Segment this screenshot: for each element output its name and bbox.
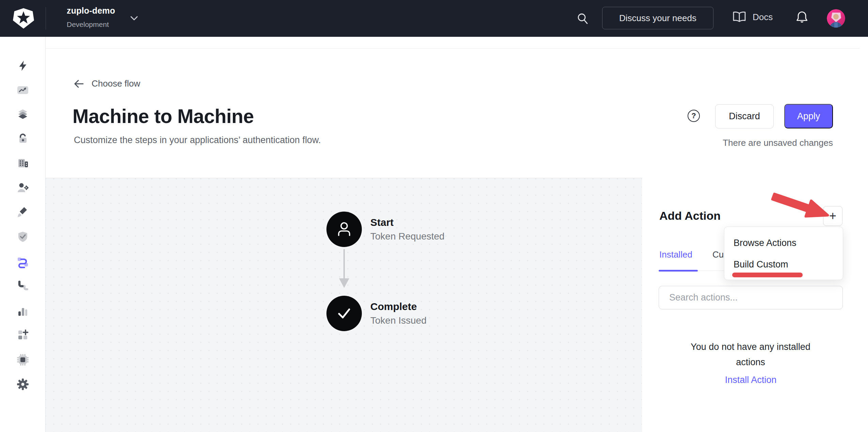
user-gear-icon xyxy=(17,182,29,194)
sidebar-item-actions[interactable] xyxy=(16,256,29,268)
chip-icon xyxy=(17,354,29,366)
discuss-your-needs-button[interactable]: Discuss your needs xyxy=(602,7,713,29)
build-custom-annotation-underline xyxy=(732,273,803,277)
sidebar-item-security[interactable] xyxy=(16,230,29,243)
annotation-arrow xyxy=(762,189,837,223)
building-icon xyxy=(17,157,29,169)
search-actions-input[interactable] xyxy=(659,286,843,309)
apply-button[interactable]: Apply xyxy=(784,104,833,128)
back-label: Choose flow xyxy=(92,78,140,89)
flow-connector-arrow xyxy=(335,248,353,291)
empty-state-message: You do not have any installed actions xyxy=(676,339,825,370)
sidebar-item-user-management[interactable] xyxy=(16,181,29,194)
install-action-link[interactable]: Install Action xyxy=(659,375,843,385)
sidebar-item-extensibility[interactable] xyxy=(16,353,29,366)
lock-open-icon xyxy=(17,133,29,145)
sidebar-item-hooks[interactable] xyxy=(16,280,29,293)
pipes-icon xyxy=(17,280,29,292)
layers-icon xyxy=(17,108,29,121)
flow-node-start[interactable] xyxy=(326,212,362,247)
active-tab-underline xyxy=(659,270,698,272)
discard-button[interactable]: Discard xyxy=(715,104,774,128)
subheader-divider xyxy=(46,48,860,49)
arrow-left-icon xyxy=(73,79,84,89)
tenant-switcher[interactable]: zuplo-demo Development xyxy=(54,0,150,37)
bar-chart-icon xyxy=(17,305,29,317)
search-icon[interactable] xyxy=(577,12,589,25)
tenant-name: zuplo-demo xyxy=(67,6,115,16)
menu-item-browse-actions[interactable]: Browse Actions xyxy=(734,238,797,248)
menu-item-build-custom[interactable]: Build Custom xyxy=(734,259,788,270)
sidebar-item-organizations[interactable] xyxy=(16,157,29,170)
auth0-logo-icon xyxy=(13,7,34,29)
page-subtitle: Customize the steps in your applications… xyxy=(74,135,321,145)
tab-installed[interactable]: Installed xyxy=(659,249,692,260)
flow-route-icon xyxy=(16,256,29,268)
sidebar-item-monitoring[interactable] xyxy=(16,305,29,318)
docs-link[interactable]: Docs xyxy=(732,10,773,24)
add-action-dropdown-menu: Browse Actions Build Custom xyxy=(724,227,843,280)
bell-icon[interactable] xyxy=(795,11,809,26)
node-complete-subtitle: Token Issued xyxy=(370,315,427,326)
tenant-environment: Development xyxy=(67,20,109,29)
sidebar-item-activity[interactable] xyxy=(16,83,29,96)
avatar[interactable] xyxy=(827,9,845,28)
docs-label: Docs xyxy=(753,12,773,22)
flow-node-complete[interactable] xyxy=(326,296,362,331)
search-actions-container xyxy=(659,286,843,309)
paintbrush-icon xyxy=(17,206,29,218)
sidebar-item-branding[interactable] xyxy=(16,206,29,219)
sidebar xyxy=(0,37,46,432)
person-icon xyxy=(335,220,354,239)
help-icon[interactable]: ? xyxy=(688,110,700,122)
unsaved-changes-notice: There are unsaved changes xyxy=(681,138,833,148)
sidebar-item-applications[interactable] xyxy=(16,108,29,121)
discuss-your-needs-label: Discuss your needs xyxy=(619,13,696,24)
back-to-choose-flow[interactable]: Choose flow xyxy=(73,78,140,89)
flow-canvas[interactable]: Start Token Requested Complete Token Iss… xyxy=(46,178,642,432)
sidebar-item-marketplace[interactable] xyxy=(16,328,29,341)
panel-title: Add Action xyxy=(659,209,721,222)
app-screen: zuplo-demo Development Discuss your need… xyxy=(0,0,868,432)
lightning-icon xyxy=(17,60,29,72)
chevron-down-icon xyxy=(130,16,138,21)
sidebar-item-authentication[interactable] xyxy=(16,132,29,145)
page-title: Machine to Machine xyxy=(73,105,254,127)
gear-icon xyxy=(17,378,29,390)
sidebar-item-settings[interactable] xyxy=(16,378,29,391)
activity-chart-icon xyxy=(17,84,29,96)
book-icon xyxy=(732,10,747,24)
node-start-subtitle: Token Requested xyxy=(370,231,445,242)
shield-check-icon xyxy=(17,231,29,243)
sidebar-item-getting-started[interactable] xyxy=(16,59,29,72)
blocks-plus-icon xyxy=(17,329,29,341)
topbar-divider xyxy=(46,7,46,30)
node-start-title: Start xyxy=(370,217,393,228)
node-complete-title: Complete xyxy=(370,301,417,312)
topbar: zuplo-demo Development Discuss your need… xyxy=(0,0,868,37)
check-icon xyxy=(335,304,354,323)
